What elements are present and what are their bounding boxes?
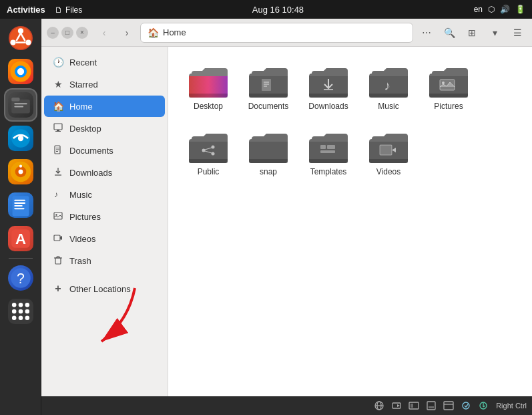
svg-rect-56 (249, 94, 288, 98)
svg-point-30 (18, 303, 23, 307)
taskbar-item2[interactable] (389, 398, 404, 413)
svg-point-2 (10, 39, 15, 45)
view-dropdown-button[interactable]: ▾ (485, 23, 504, 42)
svg-point-37 (25, 316, 29, 321)
folder-item-documents[interactable]: Documents (242, 60, 295, 115)
view-grid-button[interactable]: ⊞ (463, 23, 481, 42)
folder-item-videos[interactable]: Videos (362, 126, 415, 180)
folder-item-music[interactable]: ♪ Music (362, 60, 415, 115)
firefox-icon (8, 59, 33, 84)
address-text: Home (163, 27, 186, 37)
system-bar-right: en ⬡ 🔊 🔋 (474, 5, 525, 14)
sidebar: 🕐 Recent ★ Starred 🏠 Home Desktop (41, 47, 168, 415)
folder-grid: Desktop (182, 60, 519, 180)
svg-rect-22 (14, 202, 25, 204)
recent-icon: 🕐 (52, 57, 64, 67)
folder-item-desktop[interactable]: Desktop (182, 60, 235, 115)
taskbar: Right Ctrl (41, 396, 532, 415)
taskbar-item7[interactable] (476, 398, 491, 413)
close-button[interactable]: × (76, 27, 88, 39)
documents-icon (52, 145, 64, 156)
dock-item-all-apps[interactable] (5, 296, 36, 327)
folder-icon-videos (369, 130, 408, 164)
dock: A ? (0, 19, 41, 415)
unknown-app-icon: ? (8, 265, 33, 291)
maximize-button[interactable]: □ (61, 27, 73, 39)
taskbar-item5[interactable] (441, 398, 456, 413)
desktop-icon (52, 123, 64, 134)
sidebar-item-documents[interactable]: Documents (44, 140, 165, 161)
folder-item-templates[interactable]: Templates (302, 126, 355, 180)
dock-item-writer[interactable] (5, 190, 36, 221)
dock-item-files[interactable] (5, 90, 36, 120)
svg-rect-89 (411, 404, 413, 408)
forward-button[interactable]: › (117, 23, 136, 42)
folder-label-music: Music (378, 102, 398, 111)
folder-icon-downloads (309, 64, 348, 99)
folder-icon-pictures (429, 64, 468, 99)
svg-rect-49 (54, 235, 60, 241)
appstore-icon: A (8, 226, 33, 251)
svg-point-33 (18, 309, 23, 314)
sidebar-item-pictures[interactable]: Pictures (44, 206, 165, 227)
svg-rect-80 (369, 159, 408, 163)
folder-item-downloads[interactable]: Downloads (302, 60, 355, 115)
svg-marker-87 (397, 404, 400, 407)
dock-item-ubuntu[interactable] (5, 23, 36, 53)
svg-rect-61 (309, 94, 348, 98)
sidebar-item-recent[interactable]: 🕐 Recent (44, 51, 165, 73)
sidebar-item-desktop[interactable]: Desktop (44, 118, 165, 139)
folder-item-snap[interactable]: snap (242, 126, 295, 180)
svg-point-68 (442, 82, 445, 84)
writer-icon (8, 192, 33, 218)
minimize-button[interactable]: – (47, 27, 59, 39)
svg-rect-76 (309, 159, 348, 163)
address-bar[interactable]: 🏠 Home (140, 23, 413, 43)
dock-item-appstore[interactable]: A (5, 223, 36, 254)
sidebar-item-music[interactable]: ♪ Music (44, 184, 165, 205)
sidebar-item-other-locations[interactable]: + Other Locations (44, 278, 165, 299)
pictures-icon (52, 211, 64, 223)
thunderbird-icon (8, 126, 33, 151)
folder-label-desktop: Desktop (194, 102, 223, 111)
datetime-label: Aug 16 10:48 (252, 5, 304, 15)
folder-icon-documents (249, 64, 288, 99)
menu-button[interactable]: ⋯ (417, 23, 436, 42)
svg-point-31 (25, 303, 29, 307)
dock-item-firefox[interactable] (5, 56, 36, 87)
dock-item-rhythmbox[interactable] (5, 156, 36, 187)
svg-rect-43 (56, 149, 59, 150)
folder-item-public[interactable]: Public (182, 126, 235, 180)
svg-rect-24 (14, 208, 24, 209)
activities-label[interactable]: Activities 🗋 Files (7, 5, 82, 15)
dock-item-thunderbird[interactable] (5, 123, 36, 154)
sidebar-item-videos[interactable]: Videos (44, 228, 165, 249)
rhythmbox-icon (8, 159, 33, 184)
right-ctrl-label: Right Ctrl (496, 402, 527, 410)
sidebar-item-starred[interactable]: ★ Starred (44, 74, 165, 95)
svg-text:♪: ♪ (384, 78, 390, 93)
svg-point-70 (202, 149, 206, 152)
add-location-icon: + (52, 283, 64, 295)
folder-item-pictures[interactable]: Pictures (422, 60, 475, 115)
dock-item-unknown[interactable]: ? (5, 263, 36, 293)
svg-rect-92 (444, 402, 453, 410)
search-button[interactable]: 🔍 (440, 23, 459, 42)
content-area: Desktop (168, 47, 532, 415)
view-list-button[interactable]: ☰ (508, 23, 527, 42)
volume-icon: 🔊 (500, 5, 510, 14)
svg-rect-42 (56, 148, 59, 148)
svg-point-36 (18, 316, 23, 321)
sidebar-item-downloads[interactable]: Downloads (44, 162, 165, 183)
taskbar-item3[interactable] (407, 398, 421, 413)
back-button[interactable]: ‹ (95, 23, 113, 42)
svg-rect-12 (14, 103, 27, 104)
sidebar-item-trash[interactable]: Trash (44, 250, 165, 271)
taskbar-item4[interactable] (424, 398, 439, 413)
svg-rect-39 (57, 130, 59, 131)
system-bar: Activities 🗋 Files Aug 16 10:48 en ⬡ 🔊 🔋 (0, 0, 532, 19)
svg-rect-77 (320, 145, 326, 149)
taskbar-item6[interactable] (459, 398, 473, 413)
sidebar-item-home[interactable]: 🏠 Home (44, 96, 165, 117)
taskbar-network-icon[interactable] (372, 398, 386, 413)
